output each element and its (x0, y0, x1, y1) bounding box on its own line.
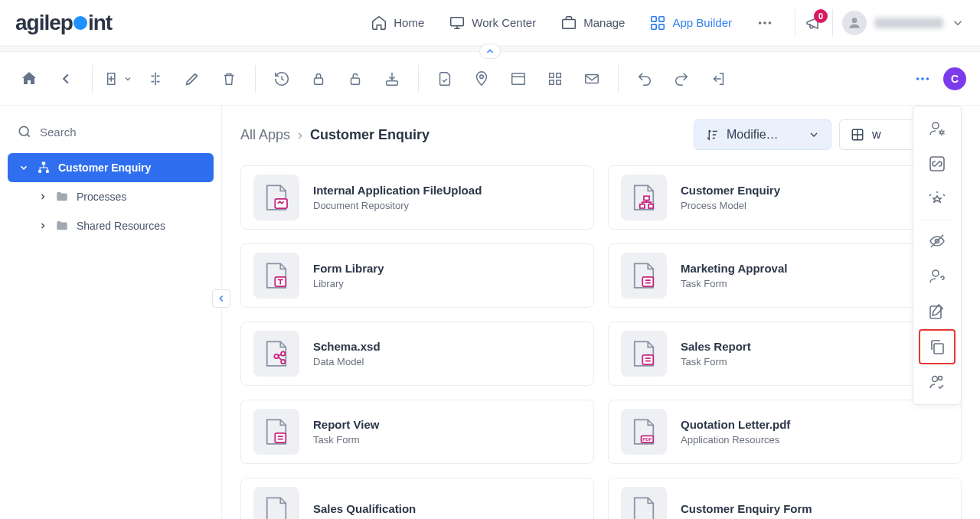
svg-rect-18 (550, 80, 554, 84)
user-question-icon (928, 267, 946, 286)
action-users-check[interactable] (919, 364, 956, 400)
toolbar-home-button[interactable] (14, 64, 44, 94)
action-preview[interactable] (919, 181, 956, 217)
pencil-icon (184, 70, 201, 87)
breadcrumb-root[interactable]: All Apps (240, 127, 290, 143)
nav-manage[interactable]: Manage (548, 8, 637, 38)
toolbar-back-button[interactable] (51, 64, 81, 94)
nav-workcenter[interactable]: Work Center (436, 8, 548, 38)
svg-rect-15 (512, 73, 525, 84)
card-icon (253, 331, 299, 377)
toolbar-redo-button[interactable] (666, 64, 697, 94)
chevron-up-icon (485, 46, 495, 57)
apps-icon (649, 15, 666, 31)
action-user-settings[interactable] (919, 111, 956, 146)
toolbar-lock-button[interactable] (303, 64, 334, 94)
toolbar-undo-button[interactable] (629, 64, 660, 94)
sidebar-item-processes[interactable]: Processes (8, 182, 214, 211)
action-copy[interactable] (919, 329, 956, 364)
toolbar-export-button[interactable] (377, 64, 407, 94)
map-pin-icon (473, 70, 490, 87)
card-icon (253, 409, 299, 455)
svg-rect-2 (652, 16, 656, 21)
nav-home[interactable]: Home (358, 8, 436, 38)
grid-icon (547, 70, 564, 87)
svg-point-21 (916, 77, 920, 80)
app-card[interactable]: Customer Enquiry Form (608, 478, 962, 519)
username (874, 18, 943, 28)
users-check-icon (928, 373, 946, 391)
svg-point-14 (480, 74, 484, 78)
app-card[interactable]: Customer Enquiry Process Model (608, 165, 962, 230)
divider (418, 65, 419, 93)
lock-icon (310, 70, 327, 87)
svg-rect-3 (659, 16, 664, 21)
toolbar-unlock-button[interactable] (340, 64, 371, 94)
card-icon (253, 175, 299, 220)
app-card[interactable]: Form Library Library (240, 243, 594, 308)
action-user-question[interactable] (919, 259, 956, 294)
toolbar-more-button[interactable] (908, 64, 937, 93)
divider (618, 65, 619, 93)
svg-point-49 (933, 377, 938, 382)
toolbar-refresh-button[interactable]: C (943, 67, 966, 90)
redo-icon (673, 70, 690, 87)
app-card[interactable]: Marketing Approval Task Form (608, 243, 962, 308)
nav-more[interactable] (744, 8, 786, 38)
toolbar-validate-button[interactable] (430, 64, 460, 94)
sort-dropdown[interactable]: Modifie… (694, 119, 831, 150)
app-card[interactable]: Sales Report Task Form (608, 322, 962, 386)
sidebar-item-label: Customer Enquiry (58, 162, 151, 174)
action-hide[interactable] (919, 224, 956, 259)
chevron-right-icon (38, 192, 47, 201)
divider (795, 9, 795, 37)
toolbar-edit-button[interactable] (177, 64, 207, 94)
toolbar-add-dropdown[interactable] (103, 64, 134, 94)
nav-user-menu[interactable] (842, 11, 965, 35)
card-title: Internal Application FileUpload (313, 184, 482, 197)
app-card[interactable]: Internal Application FileUpload Document… (240, 165, 594, 230)
svg-rect-34 (642, 277, 653, 286)
ellipsis-icon (914, 70, 931, 87)
action-link[interactable] (919, 146, 956, 181)
export-icon (384, 70, 400, 87)
card-subtitle: Task Form (681, 356, 751, 367)
collapse-topbar-button[interactable] (479, 44, 501, 59)
svg-point-6 (759, 21, 762, 24)
svg-rect-12 (351, 78, 360, 84)
svg-rect-20 (586, 74, 599, 83)
card-title: Customer Enquiry (681, 184, 780, 197)
view-label: w (872, 128, 881, 142)
sidebar-search[interactable]: Search (8, 119, 214, 153)
app-card[interactable]: Schema.xsd Data Model (240, 322, 594, 386)
mail-icon (583, 70, 600, 87)
svg-rect-17 (557, 73, 561, 77)
toolbar-align-button[interactable] (140, 64, 171, 94)
undo-icon (636, 70, 653, 87)
svg-rect-30 (644, 196, 649, 200)
toolbar-history-button[interactable] (266, 64, 297, 94)
svg-text:PDF: PDF (642, 436, 652, 442)
sidebar-item-shared-resources[interactable]: Shared Resources (8, 211, 214, 240)
card-subtitle: Task Form (313, 434, 379, 446)
toolbar-layout-button[interactable] (503, 64, 534, 94)
sidebar-item-customer-enquiry[interactable]: Customer Enquiry (8, 153, 214, 182)
nav-manage-label: Manage (583, 16, 625, 29)
toolbar-exit-button[interactable] (703, 64, 733, 94)
app-card[interactable]: Report View Task Form (240, 400, 594, 464)
toolbar-location-button[interactable] (466, 64, 497, 94)
toolbar-apps-button[interactable] (540, 64, 570, 94)
svg-point-50 (939, 377, 942, 380)
svg-point-8 (769, 21, 772, 24)
action-edit-form[interactable] (919, 294, 956, 329)
toolbar-delete-button[interactable] (214, 64, 244, 94)
app-card[interactable]: PDF Quotation Letter.pdf Application Res… (608, 400, 962, 464)
toolbar-mail-button[interactable] (577, 64, 607, 94)
sidebar-item-label: Shared Resources (77, 220, 165, 232)
svg-rect-25 (42, 162, 46, 165)
svg-rect-38 (642, 355, 653, 364)
app-card[interactable]: Sales Qualification (240, 478, 594, 519)
sort-icon (705, 128, 719, 142)
nav-notifications[interactable]: 0 (805, 14, 823, 32)
nav-appbuilder[interactable]: App Builder (637, 8, 744, 38)
